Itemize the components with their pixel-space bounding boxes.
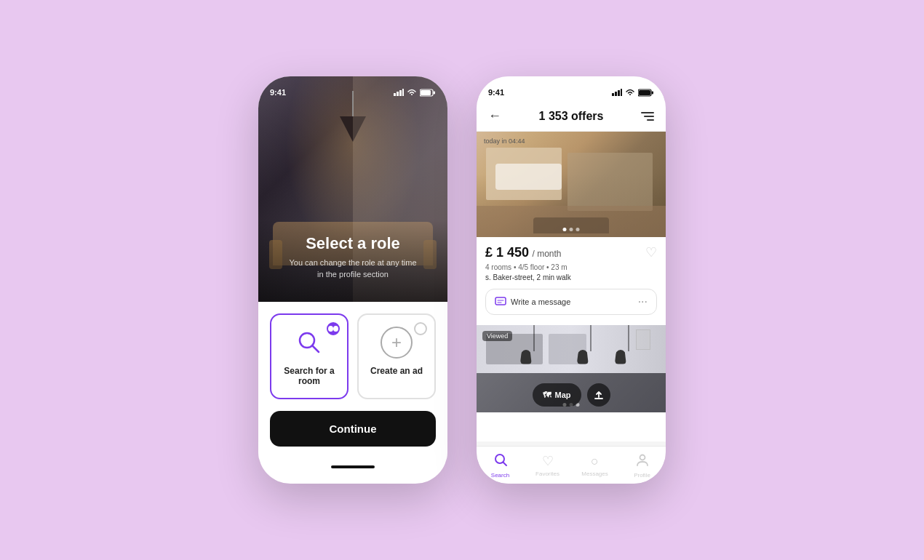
tab-bar: Search ♡ Favorites ○ Messages	[477, 446, 666, 484]
message-btn-label: Write a message	[511, 297, 570, 306]
svg-rect-3	[402, 89, 404, 96]
radio-search	[327, 322, 340, 335]
p2-wifi-icon	[625, 89, 635, 96]
profile-tab-icon	[635, 452, 650, 471]
phone2-status-icons	[612, 89, 654, 97]
tab-profile[interactable]: Profile	[618, 452, 666, 479]
signal-icon	[394, 89, 404, 96]
favorite-button[interactable]: ♡	[645, 244, 657, 260]
messages-tab-label: Messages	[581, 471, 608, 477]
search-role-icon	[293, 327, 325, 359]
create-role-label: Create an ad	[370, 366, 423, 376]
listing-details: 4 rooms • 4/5 floor • 23 m	[485, 263, 657, 271]
svg-point-19	[640, 455, 645, 460]
svg-rect-10	[615, 92, 617, 96]
upload-icon	[594, 390, 604, 400]
phone2-status-bar: 9:41	[477, 76, 666, 103]
phone2-inner: 9:41	[477, 76, 666, 484]
profile-tab-label: Profile	[634, 472, 650, 479]
listing-address: s. Baker-street, 2 min walk	[485, 273, 657, 281]
svg-line-18	[503, 462, 506, 465]
wifi-icon	[407, 89, 417, 96]
price: £ 1 450 / month	[485, 245, 562, 260]
svg-rect-6	[434, 91, 436, 94]
svg-rect-0	[394, 93, 396, 96]
listing-timestamp: today in 04:44	[484, 137, 525, 145]
phone1-hero-image: Select a role You can change the role at…	[258, 76, 447, 302]
message-button[interactable]: Write a message ···	[485, 289, 657, 315]
svg-rect-1	[397, 92, 399, 96]
map-icon: 🗺	[543, 391, 551, 399]
svg-rect-16	[495, 297, 506, 305]
radio-create	[414, 322, 427, 335]
phones-container: 9:41	[258, 76, 666, 484]
listing-info-1: £ 1 450 / month ♡ 4 rooms • 4/5 floor • …	[477, 237, 666, 321]
search-role-label: Search for a room	[279, 366, 340, 386]
listing-card-2: Viewed 🗺 Map	[477, 325, 666, 412]
svg-rect-15	[652, 91, 654, 94]
svg-rect-2	[399, 90, 402, 96]
listing-image-1: today in 04:44	[477, 132, 666, 237]
image-dots	[563, 228, 580, 231]
room-photo-1	[477, 132, 666, 237]
phone1-time: 9:41	[270, 88, 286, 97]
favorites-tab-label: Favorites	[535, 471, 559, 477]
back-button[interactable]: ←	[488, 108, 501, 124]
continue-button[interactable]: Continue	[270, 411, 436, 447]
p2-signal-icon	[612, 89, 622, 96]
viewed-badge: Viewed	[482, 331, 512, 341]
role-card-search[interactable]: Search for a room	[270, 313, 349, 399]
tab-favorites[interactable]: ♡ Favorites	[524, 453, 571, 477]
search-tab-label: Search	[491, 472, 509, 479]
message-icon	[495, 297, 506, 307]
svg-rect-11	[618, 90, 620, 96]
p2-battery-icon	[638, 89, 654, 97]
svg-rect-14	[639, 90, 650, 95]
price-row: £ 1 450 / month ♡	[485, 244, 657, 260]
phone2-content: today in 04:44 £ 1 450 / month ♡ 4 rooms…	[477, 132, 666, 441]
tab-search[interactable]: Search	[477, 452, 524, 479]
svg-rect-12	[621, 89, 622, 96]
hero-title: Select a role	[273, 234, 433, 253]
phone1-status-bar: 9:41	[258, 76, 447, 103]
svg-line-8	[312, 345, 319, 352]
battery-icon	[420, 89, 436, 97]
role-section: Search for a room + Create an ad Continu…	[258, 302, 447, 458]
hero-subtitle: You can change the role at any timein th…	[273, 257, 433, 280]
svg-rect-9	[612, 93, 614, 96]
hero-overlay: Select a role You can change the role at…	[258, 220, 447, 302]
role-cards: Search for a room + Create an ad	[270, 313, 436, 399]
phone1-home-indicator	[258, 458, 447, 476]
upload-button[interactable]	[587, 383, 610, 407]
phone1-status-icons	[394, 89, 436, 97]
role-card-create[interactable]: + Create an ad	[357, 313, 436, 399]
phone-1: 9:41	[258, 76, 447, 484]
favorites-tab-icon: ♡	[542, 453, 554, 469]
nav-title: 1 353 offers	[539, 110, 604, 123]
map-actions: 🗺 Map	[477, 383, 666, 407]
create-role-icon: +	[381, 327, 413, 359]
tab-messages[interactable]: ○ Messages	[571, 454, 618, 477]
phone2-time: 9:41	[488, 88, 504, 97]
listing-card-1: today in 04:44 £ 1 450 / month ♡ 4 rooms…	[477, 132, 666, 321]
filter-button[interactable]	[641, 112, 654, 121]
search-tab-icon	[493, 452, 508, 471]
map-button[interactable]: 🗺 Map	[533, 383, 581, 407]
phone-2: 9:41	[477, 76, 666, 484]
more-options-button[interactable]: ···	[638, 295, 648, 308]
phone2-nav-header: ← 1 353 offers	[477, 103, 666, 132]
kitchen-photo: Viewed 🗺 Map	[477, 325, 666, 412]
messages-tab-icon: ○	[591, 454, 599, 469]
svg-rect-5	[421, 90, 431, 95]
